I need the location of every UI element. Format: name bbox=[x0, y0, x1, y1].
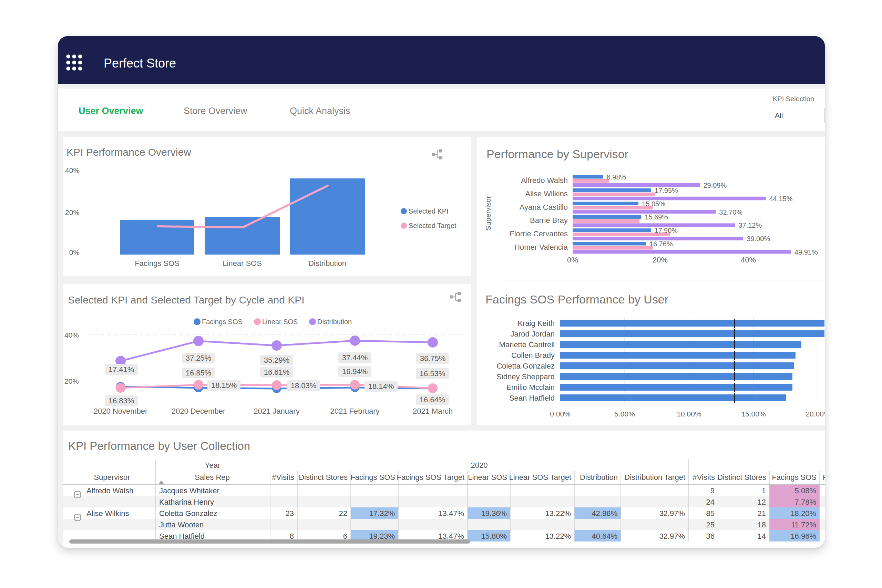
svg-text:Fa: Fa bbox=[823, 473, 825, 482]
svg-text:Kraig Keith: Kraig Keith bbox=[518, 319, 555, 328]
svg-text:9: 9 bbox=[710, 486, 714, 495]
svg-text:17.41%: 17.41% bbox=[108, 365, 134, 374]
svg-text:22: 22 bbox=[339, 509, 347, 518]
svg-text:37.25%: 37.25% bbox=[186, 354, 212, 362]
svg-text:16.53%: 16.53% bbox=[420, 369, 446, 378]
svg-text:0.00%: 0.00% bbox=[550, 410, 570, 418]
svg-text:Distribution Target: Distribution Target bbox=[624, 473, 685, 482]
svg-text:15.00%: 15.00% bbox=[741, 410, 765, 418]
svg-text:15.80%: 15.80% bbox=[481, 532, 507, 540]
svg-text:17.90%: 17.90% bbox=[654, 226, 678, 234]
svg-text:Year: Year bbox=[205, 461, 220, 470]
svg-text:2021 March: 2021 March bbox=[413, 407, 453, 416]
svg-text:2020: 2020 bbox=[471, 461, 488, 470]
svg-text:Selected KPI: Selected KPI bbox=[409, 207, 448, 215]
svg-text:14: 14 bbox=[758, 532, 766, 540]
svg-text:Facings SOS: Facings SOS bbox=[135, 259, 180, 268]
svg-text:Sidney Sheppard: Sidney Sheppard bbox=[496, 372, 555, 381]
svg-text:8: 8 bbox=[290, 532, 294, 540]
svg-text:Distinct Stores: Distinct Stores bbox=[717, 473, 766, 482]
svg-text:12: 12 bbox=[758, 498, 766, 506]
svg-text:15.69%: 15.69% bbox=[645, 213, 668, 221]
svg-text:13.47%: 13.47% bbox=[438, 532, 464, 540]
svg-text:36: 36 bbox=[706, 532, 714, 540]
svg-text:16.61%: 16.61% bbox=[264, 368, 290, 376]
svg-text:13.22%: 13.22% bbox=[545, 509, 571, 518]
svg-text:Selected KPI and Selected Targ: Selected KPI and Selected Target by Cycl… bbox=[68, 294, 304, 306]
svg-text:Facings SOS: Facings SOS bbox=[202, 318, 243, 326]
svg-text:Mariette Cantrell: Mariette Cantrell bbox=[499, 340, 555, 349]
svg-text:Facings SOS: Facings SOS bbox=[772, 473, 816, 482]
svg-text:5.08%: 5.08% bbox=[795, 486, 816, 495]
svg-text:20.00%: 20.00% bbox=[806, 410, 825, 418]
svg-text:Sean Hatfield: Sean Hatfield bbox=[159, 532, 205, 540]
svg-text:16.83%: 16.83% bbox=[108, 396, 134, 405]
svg-text:85: 85 bbox=[706, 509, 714, 518]
svg-text:0%: 0% bbox=[567, 256, 578, 264]
svg-text:Linear SOS: Linear SOS bbox=[468, 473, 507, 482]
svg-text:2020 November: 2020 November bbox=[94, 407, 148, 416]
svg-text:17.32%: 17.32% bbox=[369, 509, 395, 518]
svg-text:18.03%: 18.03% bbox=[291, 381, 316, 390]
svg-text:2021 January: 2021 January bbox=[254, 407, 299, 416]
svg-text:Collen Brady: Collen Brady bbox=[511, 351, 555, 360]
svg-text:0%: 0% bbox=[69, 248, 80, 256]
svg-text:35.29%: 35.29% bbox=[264, 356, 290, 364]
svg-text:Katharina Henry: Katharina Henry bbox=[159, 498, 214, 506]
svg-text:44.15%: 44.15% bbox=[770, 195, 793, 202]
svg-text:Ayana Castillo: Ayana Castillo bbox=[519, 203, 568, 212]
svg-text:40%: 40% bbox=[741, 256, 756, 264]
svg-text:7.78%: 7.78% bbox=[795, 498, 816, 506]
svg-text:Sales Rep: Sales Rep bbox=[195, 473, 230, 482]
svg-text:Jutta Wooten: Jutta Wooten bbox=[159, 520, 204, 529]
svg-text:Supervisor: Supervisor bbox=[484, 196, 492, 231]
svg-text:16.64%: 16.64% bbox=[420, 396, 446, 404]
svg-text:2020 December: 2020 December bbox=[172, 407, 226, 416]
svg-text:1: 1 bbox=[762, 486, 766, 495]
svg-text:20%: 20% bbox=[64, 377, 79, 385]
svg-text:Alfredo Walsh: Alfredo Walsh bbox=[87, 486, 134, 495]
svg-text:Florrie Cervantes: Florrie Cervantes bbox=[510, 230, 568, 238]
svg-text:Alise Wilkins: Alise Wilkins bbox=[525, 189, 568, 198]
svg-text:18.14%: 18.14% bbox=[368, 382, 394, 391]
svg-text:6: 6 bbox=[343, 532, 347, 540]
svg-text:Performance by Supervisor: Performance by Supervisor bbox=[486, 147, 628, 160]
svg-text:Linear SOS Target: Linear SOS Target bbox=[509, 473, 571, 482]
svg-text:Supervisor: Supervisor bbox=[94, 473, 130, 482]
svg-text:6.98%: 6.98% bbox=[607, 173, 626, 181]
svg-text:11.72%: 11.72% bbox=[791, 520, 816, 529]
svg-text:32.70%: 32.70% bbox=[719, 208, 742, 216]
svg-text:23: 23 bbox=[286, 509, 294, 518]
svg-text:20%: 20% bbox=[652, 256, 668, 264]
svg-text:25: 25 bbox=[706, 520, 714, 529]
svg-text:Emilio Mcclain: Emilio Mcclain bbox=[506, 383, 555, 392]
svg-text:39.00%: 39.00% bbox=[747, 235, 770, 243]
svg-text:18: 18 bbox=[758, 520, 766, 529]
svg-text:32.97%: 32.97% bbox=[659, 509, 685, 518]
svg-text:Sean Hatfield: Sean Hatfield bbox=[509, 394, 555, 402]
svg-text:10.00%: 10.00% bbox=[676, 410, 701, 418]
svg-text:15.05%: 15.05% bbox=[642, 200, 665, 208]
svg-text:19.23%: 19.23% bbox=[369, 532, 395, 540]
svg-text:Facings SOS: Facings SOS bbox=[350, 473, 395, 482]
svg-text:18.20%: 18.20% bbox=[790, 509, 816, 518]
svg-text:5.00%: 5.00% bbox=[614, 410, 635, 418]
svg-text:Distribution: Distribution bbox=[580, 473, 618, 482]
svg-text:Linear SOS: Linear SOS bbox=[223, 259, 262, 268]
svg-text:Coletta Gonzalez: Coletta Gonzalez bbox=[159, 509, 218, 518]
svg-text:16.76%: 16.76% bbox=[650, 240, 673, 248]
svg-text:36.75%: 36.75% bbox=[420, 354, 446, 363]
svg-text:Selected Target: Selected Target bbox=[409, 222, 456, 230]
svg-text:42.96%: 42.96% bbox=[591, 509, 617, 518]
svg-text:13.47%: 13.47% bbox=[438, 509, 464, 518]
svg-text:#Visits: #Visits bbox=[693, 473, 715, 482]
svg-text:21: 21 bbox=[758, 509, 766, 518]
svg-text:Facings SOS Target: Facings SOS Target bbox=[397, 473, 464, 482]
svg-text:Alfredo Walsh: Alfredo Walsh bbox=[521, 176, 568, 184]
svg-text:KPI Performance Overview: KPI Performance Overview bbox=[66, 146, 191, 158]
svg-text:40%: 40% bbox=[64, 331, 79, 339]
svg-text:#Visits: #Visits bbox=[272, 473, 294, 482]
svg-text:16.96%: 16.96% bbox=[790, 532, 816, 540]
svg-text:40%: 40% bbox=[65, 166, 80, 174]
svg-text:Distinct Stores: Distinct Stores bbox=[299, 473, 348, 482]
